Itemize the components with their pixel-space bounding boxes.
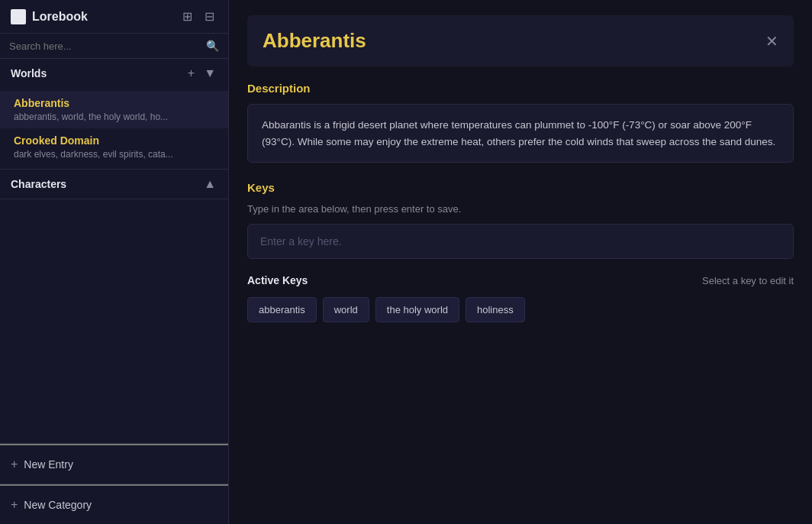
worlds-chevron-button[interactable]: ▼ bbox=[202, 66, 218, 80]
search-input[interactable] bbox=[9, 40, 201, 52]
active-keys-header: Active Keys Select a key to edit it bbox=[247, 274, 794, 286]
plus-icon: + bbox=[11, 458, 18, 471]
characters-section-title: Characters bbox=[11, 178, 66, 190]
key-tag-world[interactable]: world bbox=[323, 297, 369, 322]
key-tag-the-holy-world[interactable]: the holy world bbox=[375, 297, 459, 322]
search-icon: 🔍 bbox=[206, 40, 219, 52]
worlds-section-title: Worlds bbox=[11, 67, 47, 79]
keys-instruction: Type in the area below, then press enter… bbox=[247, 203, 794, 215]
search-container: 🔍 bbox=[0, 34, 228, 59]
sidebar-footer: + New Entry + New Category bbox=[0, 443, 228, 524]
worlds-section-header[interactable]: Worlds + ▼ bbox=[0, 59, 228, 88]
app-title: Lorebook bbox=[32, 10, 173, 24]
characters-chevron-button[interactable]: ▲ bbox=[202, 177, 218, 191]
world-item-name: Crooked Domain bbox=[14, 134, 218, 147]
new-category-label: New Category bbox=[24, 499, 92, 511]
plus-icon-2: + bbox=[11, 498, 18, 512]
keys-list: abberantis world the holy world holiness bbox=[247, 297, 794, 322]
description-section-label: Description bbox=[247, 82, 794, 95]
worlds-list: Abberantis abberantis, world, the holy w… bbox=[0, 88, 228, 169]
worlds-section-actions: + ▼ bbox=[186, 66, 218, 80]
world-item-crooked-domain[interactable]: Crooked Domain dark elves, darkness, evi… bbox=[0, 128, 228, 166]
entry-header: Abberantis ✕ bbox=[247, 15, 794, 66]
bookmark-icon: ⊟ bbox=[205, 9, 214, 24]
key-input[interactable] bbox=[247, 224, 794, 259]
new-category-button[interactable]: + New Category bbox=[0, 484, 228, 524]
description-text: Abbarantis is a frigid desert planet whe… bbox=[247, 104, 794, 163]
world-item-abberantis[interactable]: Abberantis abberantis, world, the holy w… bbox=[0, 91, 228, 128]
world-item-name: Abberantis bbox=[14, 97, 218, 109]
characters-section-actions: ▲ bbox=[202, 177, 218, 191]
select-key-hint: Select a key to edit it bbox=[702, 275, 794, 286]
keys-section-label: Keys bbox=[247, 181, 794, 194]
pin-button[interactable]: ⊞ bbox=[179, 8, 195, 25]
bookmark-button[interactable]: ⊟ bbox=[201, 8, 218, 25]
close-button[interactable]: ✕ bbox=[765, 34, 778, 49]
characters-section: Characters ▲ bbox=[0, 170, 228, 199]
key-tag-abberantis[interactable]: abberantis bbox=[247, 297, 317, 322]
main-content: Abberantis ✕ Description Abbarantis is a… bbox=[229, 0, 812, 524]
world-item-tags: dark elves, darkness, evil spirits, cata… bbox=[14, 149, 218, 160]
characters-section-header[interactable]: Characters ▲ bbox=[0, 170, 228, 199]
new-entry-label: New Entry bbox=[24, 458, 73, 471]
key-tag-holiness[interactable]: holiness bbox=[466, 297, 525, 322]
sidebar-header: Lorebook ⊞ ⊟ bbox=[0, 0, 228, 34]
sidebar: Lorebook ⊞ ⊟ 🔍 Worlds + ▼ Abberantis abb… bbox=[0, 0, 229, 524]
entry-title: Abberantis bbox=[263, 29, 366, 53]
worlds-section: Worlds + ▼ Abberantis abberantis, world,… bbox=[0, 59, 228, 170]
active-keys-label: Active Keys bbox=[247, 274, 308, 286]
logo-icon bbox=[11, 9, 26, 24]
new-entry-button[interactable]: + New Entry bbox=[0, 444, 228, 484]
add-world-button[interactable]: + bbox=[186, 66, 196, 80]
world-item-tags: abberantis, world, the holy world, ho... bbox=[14, 112, 218, 122]
pin-icon: ⊞ bbox=[182, 9, 192, 24]
sidebar-spacer bbox=[0, 199, 228, 443]
